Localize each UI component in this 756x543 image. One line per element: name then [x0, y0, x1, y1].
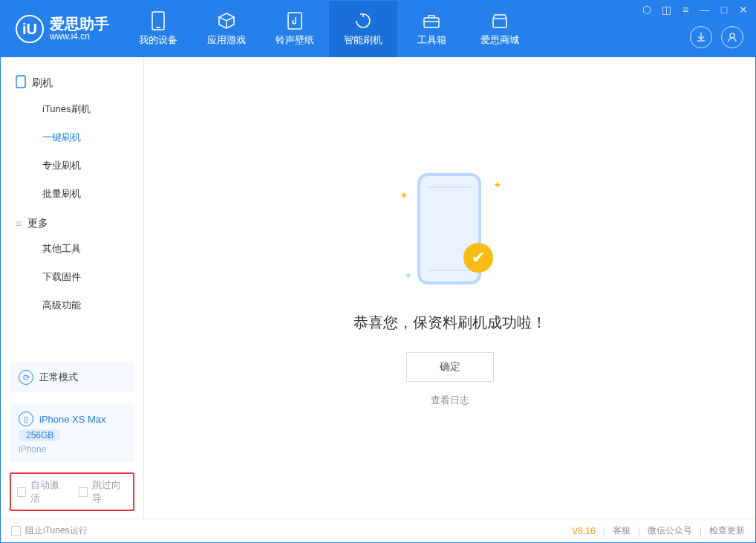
status-bar: 阻止iTunes运行 V8.16 | 客服 | 微信公众号 | 检查更新: [1, 518, 755, 542]
checkbox-icon: [17, 487, 26, 497]
window-controls: ⬡ ◫ ≡ — □ ✕: [641, 4, 749, 16]
svg-rect-2: [288, 13, 302, 29]
success-message: 恭喜您，保资料刷机成功啦！: [353, 313, 547, 333]
checkbox-icon: [79, 487, 88, 497]
menu-icon[interactable]: ≡: [680, 4, 691, 16]
ok-button[interactable]: 确定: [406, 352, 494, 382]
nav-store[interactable]: 爱思商城: [466, 1, 534, 57]
sidebar-item-other-tools[interactable]: 其他工具: [1, 235, 143, 263]
svg-rect-5: [493, 19, 506, 27]
logo-area: iU 爱思助手 www.i4.cn: [1, 15, 124, 43]
nav-toolbox[interactable]: 工具箱: [397, 1, 466, 57]
sidebar-item-download-firmware[interactable]: 下载固件: [1, 263, 143, 291]
check-badge-icon: ✔: [463, 243, 493, 273]
checkbox-stop-itunes[interactable]: 阻止iTunes运行: [11, 524, 88, 537]
list-icon: ≡: [16, 218, 22, 230]
minimize-button[interactable]: —: [699, 4, 711, 16]
dropdown-icon[interactable]: ◫: [660, 4, 672, 16]
app-title: 爱思助手: [50, 16, 109, 32]
checkbox-auto-activate[interactable]: 自动激活: [17, 478, 65, 505]
device-card[interactable]: ▯ iPhone XS Max 256GB iPhone: [10, 404, 134, 462]
customer-service-link[interactable]: 客服: [613, 524, 630, 537]
download-button[interactable]: [690, 26, 712, 48]
cube-icon: [217, 11, 236, 30]
shirt-icon[interactable]: ⬡: [641, 4, 653, 16]
device-small-icon: ▯: [19, 412, 33, 426]
header: iU 爱思助手 www.i4.cn 我的设备 应用游戏 铃声壁纸 智能刷机 工具…: [1, 1, 755, 57]
sidebar-item-itunes-flash[interactable]: iTunes刷机: [1, 95, 143, 123]
sparkle-icon: ✦: [404, 270, 413, 282]
logo-icon: iU: [16, 15, 44, 43]
sidebar-item-advanced[interactable]: 高级功能: [1, 291, 143, 319]
mode-label: 正常模式: [39, 371, 78, 384]
app-subtitle: www.i4.cn: [50, 32, 109, 42]
nav-apps-games[interactable]: 应用游戏: [192, 1, 261, 57]
svg-rect-3: [424, 18, 439, 27]
header-right-buttons: [690, 26, 743, 48]
sidebar-item-pro-flash[interactable]: 专业刷机: [1, 152, 143, 180]
wechat-link[interactable]: 微信公众号: [648, 524, 692, 537]
device-icon: [16, 75, 26, 91]
sparkle-icon: ✦: [493, 179, 502, 191]
mode-icon: ⟳: [19, 370, 33, 385]
options-highlight: 自动激活 跳过向导: [10, 472, 134, 511]
sidebar-item-oneclick-flash[interactable]: 一键刷机: [1, 123, 143, 152]
store-icon: [490, 11, 509, 30]
device-name: iPhone XS Max: [39, 414, 106, 425]
toolbox-icon: [422, 11, 441, 30]
sidebar-item-batch-flash[interactable]: 批量刷机: [1, 180, 143, 208]
main-content: ✦ ✦ ✦ ✔ 恭喜您，保资料刷机成功啦！ 确定 查看日志: [144, 57, 755, 518]
phone-icon: [149, 11, 168, 30]
view-log-link[interactable]: 查看日志: [431, 394, 469, 407]
checkbox-icon: [11, 526, 21, 536]
maximize-button[interactable]: □: [718, 4, 730, 16]
music-file-icon: [285, 11, 304, 30]
body: 刷机 iTunes刷机 一键刷机 专业刷机 批量刷机 ≡ 更多 其他工具 下载固…: [1, 57, 755, 518]
checkbox-skip-guide[interactable]: 跳过向导: [79, 478, 127, 505]
account-button[interactable]: [721, 26, 743, 48]
nav-ringtone-wallpaper[interactable]: 铃声壁纸: [261, 1, 329, 57]
device-type: iPhone: [19, 444, 126, 455]
svg-point-6: [730, 33, 734, 38]
nav-my-device[interactable]: 我的设备: [124, 1, 192, 57]
refresh-shield-icon: [353, 11, 373, 30]
sidebar-group-more: ≡ 更多: [1, 208, 143, 235]
nav-smart-flash[interactable]: 智能刷机: [329, 1, 397, 57]
device-capacity: 256GB: [19, 429, 61, 441]
check-update-link[interactable]: 检查更新: [709, 524, 745, 537]
success-illustration: ✦ ✦ ✦ ✔: [391, 169, 509, 295]
mode-card: ⟳ 正常模式: [10, 362, 134, 392]
nav-tabs: 我的设备 应用游戏 铃声壁纸 智能刷机 工具箱 爱思商城: [124, 1, 534, 57]
svg-rect-1: [156, 27, 160, 28]
close-button[interactable]: ✕: [737, 4, 749, 16]
svg-rect-7: [16, 76, 25, 88]
sidebar: 刷机 iTunes刷机 一键刷机 专业刷机 批量刷机 ≡ 更多 其他工具 下载固…: [1, 57, 144, 518]
sidebar-group-flash: 刷机: [1, 66, 143, 95]
version-label: V8.16: [572, 526, 595, 536]
sparkle-icon: ✦: [400, 189, 408, 201]
